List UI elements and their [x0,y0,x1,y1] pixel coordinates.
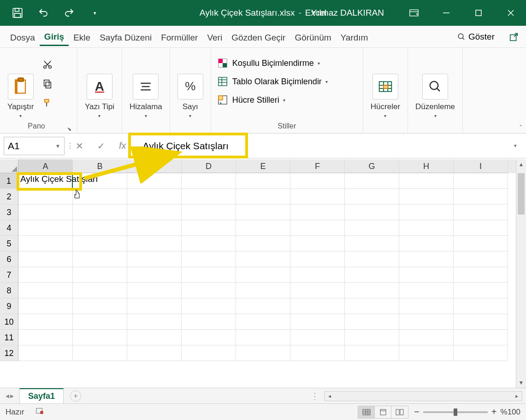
cell-G10[interactable] [345,314,399,330]
cell-A4[interactable] [18,220,73,236]
cell-A1[interactable] [18,173,73,189]
cancel-icon[interactable]: ✕ [76,140,83,152]
cell-F3[interactable] [290,204,345,220]
cell-G6[interactable] [345,251,399,267]
cell-C12[interactable] [127,345,182,361]
cell-G1[interactable] [345,173,399,189]
cell-G4[interactable] [345,220,399,236]
tab-dosya[interactable]: Dosya [6,28,40,46]
cell-B1[interactable] [73,173,127,189]
cell-I3[interactable] [454,204,508,220]
tab-ekle[interactable]: Ekle [69,28,95,46]
row-header-4[interactable]: 4 [0,220,18,236]
cell-E1[interactable] [236,173,290,189]
cell-C4[interactable] [127,220,182,236]
row-header-12[interactable]: 12 [0,345,18,361]
cell-D5[interactable] [182,236,236,251]
cell-A12[interactable] [18,345,73,361]
row-header-8[interactable]: 8 [0,283,18,298]
cell-F5[interactable] [290,236,345,251]
cell-C10[interactable] [127,314,182,330]
cell-G5[interactable] [345,236,399,251]
zoom-in-button[interactable]: + [491,407,497,417]
tab-gozden-gecir[interactable]: Gözden Geçir [227,28,290,46]
sheet-next-icon[interactable]: ▸ [10,391,14,400]
cell-A7[interactable] [18,267,73,283]
cell-H9[interactable] [399,298,454,314]
row-header-3[interactable]: 3 [0,204,18,220]
close-button[interactable] [499,0,522,26]
cell-E7[interactable] [236,267,290,283]
row-header-1[interactable]: 1 [0,173,18,189]
cell-D10[interactable] [182,314,236,330]
cell-D7[interactable] [182,267,236,283]
cell-E3[interactable] [236,204,290,220]
worksheet-grid[interactable]: A B C D E F G H I 123456789101112 Aylık … [0,159,516,388]
new-sheet-button[interactable]: + [70,391,81,402]
row-header-9[interactable]: 9 [0,298,18,314]
tab-gorunum[interactable]: Görünüm [290,28,336,46]
cell-F9[interactable] [290,298,345,314]
cell-C3[interactable] [127,204,182,220]
font-button[interactable]: A Yazı Tipi ▾ [83,54,116,120]
cell-D12[interactable] [182,345,236,361]
row-header-2[interactable]: 2 [0,189,18,204]
zoom-out-button[interactable]: − [414,407,420,417]
column-header-E[interactable]: E [236,159,290,173]
alignment-button[interactable]: Hizalama ▾ [128,54,164,120]
row-header-6[interactable]: 6 [0,251,18,267]
editing-button[interactable]: Düzenleme ▾ [414,54,457,120]
cell-C2[interactable] [127,189,182,204]
paste-button[interactable]: Yapıştır ▾ [6,54,35,120]
cell-C9[interactable] [127,298,182,314]
formula-expand-icon[interactable]: ▾ [514,143,517,149]
cell-G2[interactable] [345,189,399,204]
sheet-tab-sayfa1[interactable]: Sayfa1 [19,388,64,404]
cell-B2[interactable] [73,189,127,204]
share-icon[interactable] [508,30,520,43]
cell-B6[interactable] [73,251,127,267]
cell-D2[interactable] [182,189,236,204]
sheet-divider[interactable]: ⋮ [310,391,320,402]
cell-styles-button[interactable]: Hücre Stilleri ▾ [217,94,328,106]
cell-F8[interactable] [290,283,345,298]
cell-C5[interactable] [127,236,182,251]
cell-E4[interactable] [236,220,290,236]
cell-I9[interactable] [454,298,508,314]
cell-C11[interactable] [127,330,182,345]
macro-record-icon[interactable] [35,407,44,417]
fx-icon[interactable]: fx [119,140,126,151]
cell-H11[interactable] [399,330,454,345]
cell-B4[interactable] [73,220,127,236]
page-layout-view-button[interactable] [375,406,391,418]
cut-icon[interactable] [40,57,55,72]
conditional-formatting-button[interactable]: Koşullu Biçimlendirme ▾ [217,57,328,69]
cell-H4[interactable] [399,220,454,236]
collapse-ribbon-icon[interactable]: ˄ [519,124,522,131]
cell-D9[interactable] [182,298,236,314]
column-header-F[interactable]: F [290,159,345,173]
cell-A11[interactable] [18,330,73,345]
cell-D8[interactable] [182,283,236,298]
minimize-button[interactable] [435,0,458,26]
cell-H12[interactable] [399,345,454,361]
column-header-B[interactable]: B [73,159,127,173]
normal-view-button[interactable] [358,406,375,418]
formula-input[interactable]: Aylık Çiçek Satışları ▾ [129,137,522,155]
cell-F10[interactable] [290,314,345,330]
cell-H6[interactable] [399,251,454,267]
cell-D11[interactable] [182,330,236,345]
cell-B12[interactable] [73,345,127,361]
tab-veri[interactable]: Veri [202,28,227,46]
cell-H5[interactable] [399,236,454,251]
cell-H8[interactable] [399,283,454,298]
zoom-level[interactable]: %100 [501,408,520,417]
copy-icon[interactable] [40,76,55,91]
tab-sayfa-duzeni[interactable]: Sayfa Düzeni [95,28,156,46]
scroll-right-icon[interactable]: ▸ [512,393,522,399]
cell-D1[interactable] [182,173,236,189]
cell-H2[interactable] [399,189,454,204]
cell-H10[interactable] [399,314,454,330]
row-header-5[interactable]: 5 [0,236,18,251]
page-break-view-button[interactable] [391,406,408,418]
